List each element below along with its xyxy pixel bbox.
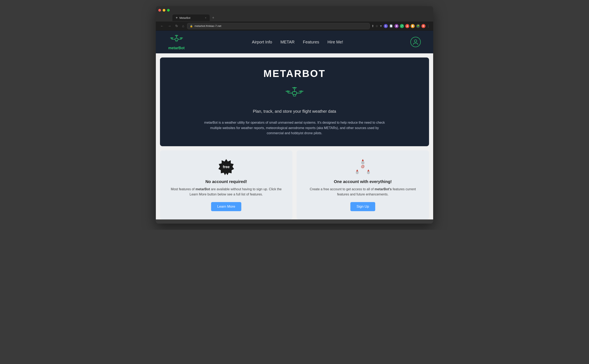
free-badge-container: free: [218, 159, 234, 175]
account-card: @ One account with everything! Create a …: [297, 150, 429, 219]
share-icon[interactable]: ⬆: [371, 24, 374, 28]
nav-hire-me[interactable]: Hire Me!: [327, 40, 343, 45]
svg-marker-25: [362, 159, 364, 161]
ext-purple-icon[interactable]: ◆: [394, 24, 399, 28]
reload-button[interactable]: ↻: [174, 23, 179, 29]
free-card-bold: metarBot: [195, 187, 210, 191]
account-card-title: One account with everything!: [305, 179, 421, 184]
ext-puzzle-icon[interactable]: 🧩: [416, 24, 420, 28]
hero-section: METARBOT Plan, track, and store your fl: [160, 58, 429, 146]
bookmark-icon[interactable]: ☆: [375, 24, 378, 28]
title-bar: [156, 6, 433, 14]
ext-a-icon[interactable]: A: [405, 24, 409, 28]
svg-point-29: [356, 171, 359, 174]
ext-check-icon[interactable]: ✓: [400, 24, 404, 28]
svg-text:@: @: [361, 164, 365, 169]
tab-bar: ✈ MetarBot × +: [156, 14, 433, 21]
svg-marker-28: [356, 169, 358, 171]
svg-point-11: [414, 40, 417, 42]
feature-cards: free No account required! Most features …: [160, 150, 429, 219]
new-tab-button[interactable]: +: [212, 16, 214, 20]
traffic-lights: [158, 9, 170, 12]
tab-favicon-icon: ✈: [176, 16, 178, 19]
user-account-icon[interactable]: [410, 37, 421, 47]
svg-point-26: [361, 161, 364, 164]
browser-toolbar: ← → ↻ ⌂ 🔒 metarbot.frinkiac-7.net ⬆ ☆ ▼ …: [156, 21, 433, 31]
free-card-text: Most features of metarBot are available …: [168, 187, 284, 197]
logo-icon: [169, 34, 184, 45]
learn-more-button[interactable]: Learn More: [211, 202, 242, 211]
url-text: metarbot.frinkiac-7.net: [195, 24, 221, 27]
back-button[interactable]: ←: [159, 23, 165, 29]
website-content: metarBot Airport Info METAR Features Hir…: [156, 31, 433, 219]
ext-profile-icon[interactable]: R: [421, 24, 425, 28]
account-card-text: Create a free account to get access to a…: [305, 187, 421, 197]
forward-button[interactable]: →: [167, 23, 172, 29]
account-card-bold: metarBot's: [375, 187, 392, 191]
minimize-window-button[interactable]: [163, 9, 165, 12]
sign-up-button[interactable]: Sign Up: [350, 202, 375, 211]
hero-title: METARBOT: [168, 68, 421, 79]
svg-rect-12: [292, 92, 297, 95]
free-badge-icon: free: [218, 159, 234, 175]
maximize-window-button[interactable]: [167, 9, 170, 12]
svg-marker-30: [367, 169, 369, 171]
free-card: free No account required! Most features …: [160, 150, 292, 219]
account-card-icon-area: @: [305, 159, 421, 175]
ext-clipboard-icon[interactable]: 📋: [410, 24, 415, 28]
close-window-button[interactable]: [158, 9, 161, 12]
svg-rect-0: [175, 38, 178, 40]
extensions-icon[interactable]: ▼: [379, 24, 383, 28]
nav-airport-info[interactable]: Airport Info: [252, 40, 272, 45]
hero-subtitle: Plan, track, and store your flight weath…: [168, 109, 421, 114]
tab-title: MetarBot: [179, 16, 190, 20]
hero-drone-icon: [168, 85, 421, 103]
svg-text:free: free: [223, 165, 230, 169]
toolbar-icons: ⬆ ☆ ▼ 5 📄 ◆ ✓ A 📋 🧩 R ⋮: [371, 24, 430, 28]
lock-icon: 🔒: [190, 25, 193, 27]
ext-todoist-icon[interactable]: 5: [384, 24, 388, 28]
close-tab-button[interactable]: ×: [205, 17, 206, 19]
home-button[interactable]: ⌂: [181, 23, 185, 29]
nav-links: Airport Info METAR Features Hire Me!: [252, 40, 343, 45]
active-tab[interactable]: ✈ MetarBot ×: [172, 14, 210, 21]
free-card-title: No account required!: [168, 179, 284, 184]
account-people-icon: @: [353, 159, 372, 175]
ext-reader-icon[interactable]: 📄: [389, 24, 393, 28]
nav-metar[interactable]: METAR: [280, 40, 295, 45]
site-navigation: metarBot Airport Info METAR Features Hir…: [156, 31, 433, 53]
address-bar[interactable]: 🔒 metarbot.frinkiac-7.net: [187, 23, 370, 29]
logo-text: metarBot: [168, 46, 185, 50]
hero-description: metarBot is a weather utility for operat…: [201, 120, 388, 136]
svg-point-31: [367, 171, 370, 174]
free-card-icon-area: free: [168, 159, 284, 175]
nav-features[interactable]: Features: [303, 40, 319, 45]
menu-icon[interactable]: ⋮: [427, 24, 430, 28]
user-svg-icon: [412, 39, 419, 45]
logo-area[interactable]: metarBot: [168, 34, 185, 50]
